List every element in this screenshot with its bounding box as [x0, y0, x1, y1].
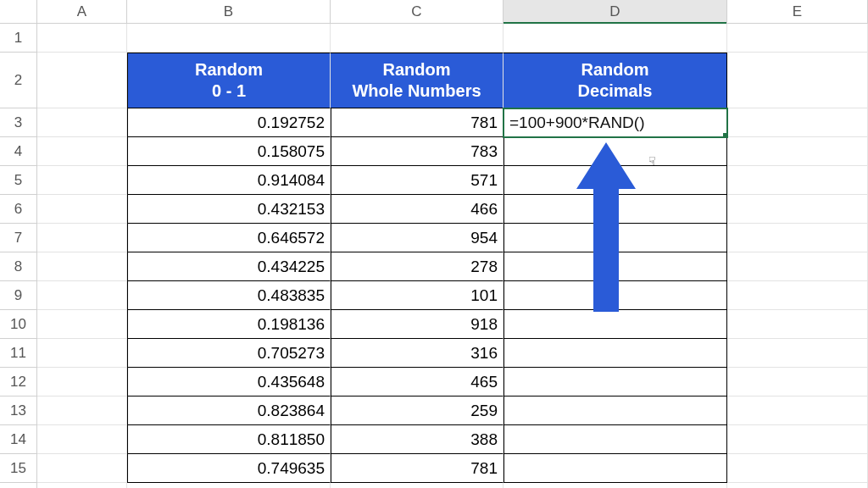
cell-D15[interactable]	[504, 454, 727, 483]
col-header-A[interactable]: A	[37, 0, 127, 23]
cell-A16[interactable]	[37, 483, 127, 488]
cell-D7[interactable]	[504, 224, 727, 252]
cell-B1[interactable]	[127, 24, 331, 53]
cell-A13[interactable]	[37, 396, 127, 425]
cell-C11[interactable]: 316	[331, 339, 504, 368]
cell-C10[interactable]: 918	[331, 310, 504, 339]
col-header-E[interactable]: E	[727, 0, 868, 23]
row-header-4[interactable]: 4	[0, 137, 37, 166]
row-header-2[interactable]: 2	[0, 53, 37, 108]
cell-D9[interactable]	[504, 281, 727, 310]
cell-A12[interactable]	[37, 368, 127, 396]
cell-E8[interactable]	[727, 252, 868, 281]
cell-B13[interactable]: 0.823864	[127, 396, 331, 425]
cell-D1[interactable]	[504, 24, 727, 53]
row-header-10[interactable]: 10	[0, 310, 37, 339]
cell-B5[interactable]: 0.914084	[127, 166, 331, 195]
cell-C12[interactable]: 465	[331, 368, 504, 396]
cell-D6[interactable]	[504, 195, 727, 224]
cell-A11[interactable]	[37, 339, 127, 368]
cell-A7[interactable]	[37, 224, 127, 252]
row-header-15[interactable]: 15	[0, 454, 37, 483]
cell-D14[interactable]	[504, 425, 727, 454]
table-header-B[interactable]: Random 0 - 1	[127, 53, 331, 108]
row-header-9[interactable]: 9	[0, 281, 37, 310]
cell-E2[interactable]	[727, 53, 868, 108]
cell-A6[interactable]	[37, 195, 127, 224]
cell-D12[interactable]	[504, 368, 727, 396]
cell-A2[interactable]	[37, 53, 127, 108]
cell-E3[interactable]	[727, 108, 868, 137]
cell-D13[interactable]	[504, 396, 727, 425]
cell-E14[interactable]	[727, 425, 868, 454]
cell-D8[interactable]	[504, 252, 727, 281]
row-header-6[interactable]: 6	[0, 195, 37, 224]
cell-A1[interactable]	[37, 24, 127, 53]
cell-B9[interactable]: 0.483835	[127, 281, 331, 310]
cell-B7[interactable]: 0.646572	[127, 224, 331, 252]
cell-A8[interactable]	[37, 252, 127, 281]
cell-D16[interactable]	[504, 483, 727, 488]
cell-B11[interactable]: 0.705273	[127, 339, 331, 368]
cell-A4[interactable]	[37, 137, 127, 166]
cell-A9[interactable]	[37, 281, 127, 310]
row-header-1[interactable]: 1	[0, 24, 37, 53]
row-header-7[interactable]: 7	[0, 224, 37, 252]
table-header-C[interactable]: Random Whole Numbers	[331, 53, 504, 108]
select-all-corner[interactable]	[0, 0, 37, 23]
cell-E12[interactable]	[727, 368, 868, 396]
row-header-12[interactable]: 12	[0, 368, 37, 396]
cell-A15[interactable]	[37, 454, 127, 483]
cell-C6[interactable]: 466	[331, 195, 504, 224]
cell-C1[interactable]	[331, 24, 504, 53]
cell-B12[interactable]: 0.435648	[127, 368, 331, 396]
row-header-16[interactable]: 16	[0, 483, 37, 488]
cell-E16[interactable]	[727, 483, 868, 488]
cell-E1[interactable]	[727, 24, 868, 53]
cell-C16[interactable]	[331, 483, 504, 488]
cell-E4[interactable]	[727, 137, 868, 166]
cell-D10[interactable]	[504, 310, 727, 339]
cell-B3[interactable]: 0.192752	[127, 108, 331, 137]
cell-D5[interactable]	[504, 166, 727, 195]
cell-B15[interactable]: 0.749635	[127, 454, 331, 483]
cell-C9[interactable]: 101	[331, 281, 504, 310]
cell-B16[interactable]	[127, 483, 331, 488]
cell-C7[interactable]: 954	[331, 224, 504, 252]
cell-A5[interactable]	[37, 166, 127, 195]
cell-B6[interactable]: 0.432153	[127, 195, 331, 224]
cell-E13[interactable]	[727, 396, 868, 425]
cell-C4[interactable]: 783	[331, 137, 504, 166]
cell-B14[interactable]: 0.811850	[127, 425, 331, 454]
cell-C3[interactable]: 781	[331, 108, 504, 137]
cell-E15[interactable]	[727, 454, 868, 483]
cell-B8[interactable]: 0.434225	[127, 252, 331, 281]
row-header-14[interactable]: 14	[0, 425, 37, 454]
cell-C14[interactable]: 388	[331, 425, 504, 454]
row-header-13[interactable]: 13	[0, 396, 37, 425]
row-header-8[interactable]: 8	[0, 252, 37, 281]
cell-C5[interactable]: 571	[331, 166, 504, 195]
cell-C15[interactable]: 781	[331, 454, 504, 483]
cell-E6[interactable]	[727, 195, 868, 224]
cell-B4[interactable]: 0.158075	[127, 137, 331, 166]
cell-E9[interactable]	[727, 281, 868, 310]
cell-C13[interactable]: 259	[331, 396, 504, 425]
cell-B10[interactable]: 0.198136	[127, 310, 331, 339]
table-header-D[interactable]: Random Decimals	[504, 53, 727, 108]
col-header-D[interactable]: D	[504, 0, 727, 23]
row-header-11[interactable]: 11	[0, 339, 37, 368]
cell-D11[interactable]	[504, 339, 727, 368]
col-header-C[interactable]: C	[331, 0, 504, 23]
cell-D3[interactable]: =100+900*RAND()	[504, 108, 727, 137]
cell-C8[interactable]: 278	[331, 252, 504, 281]
cell-E11[interactable]	[727, 339, 868, 368]
cell-E10[interactable]	[727, 310, 868, 339]
col-header-B[interactable]: B	[127, 0, 331, 23]
cell-E7[interactable]	[727, 224, 868, 252]
cell-A10[interactable]	[37, 310, 127, 339]
cell-A3[interactable]	[37, 108, 127, 137]
row-header-3[interactable]: 3	[0, 108, 37, 137]
row-header-5[interactable]: 5	[0, 166, 37, 195]
cell-E5[interactable]	[727, 166, 868, 195]
